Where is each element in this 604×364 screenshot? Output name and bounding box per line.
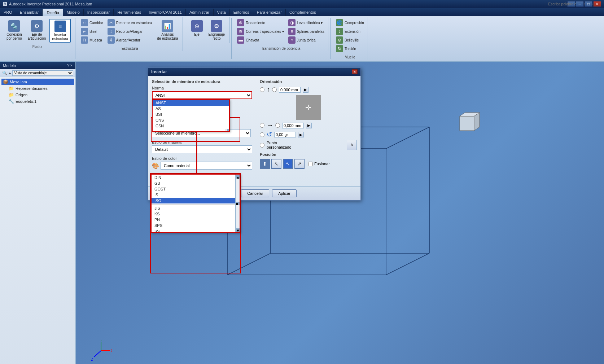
orient-input2[interactable] bbox=[282, 123, 304, 128]
orient-radio3[interactable] bbox=[260, 123, 264, 128]
btn-conexion-perno[interactable]: 🔩 Conexiónpor perno bbox=[4, 19, 24, 42]
sidebar-help-btn[interactable]: ? bbox=[67, 63, 70, 68]
item-pn[interactable]: PN bbox=[152, 217, 235, 223]
orient-radio4[interactable] bbox=[275, 123, 280, 128]
tab-administrar[interactable]: Administrar bbox=[186, 9, 214, 16]
tab-modelo[interactable]: Modelo bbox=[63, 9, 84, 16]
tab-vista[interactable]: Vista bbox=[214, 9, 230, 16]
btn-belleville[interactable]: ⊘ Belleville bbox=[334, 36, 366, 44]
dialog-close-btn[interactable]: × bbox=[352, 69, 358, 74]
aplicar-button[interactable]: Aplicar bbox=[272, 189, 297, 197]
orient-row1: ↑ ▶ bbox=[260, 86, 357, 93]
btn-engranaje[interactable]: ⚙ Engranajerecto bbox=[206, 19, 227, 42]
item-iso[interactable]: ISO bbox=[152, 198, 235, 203]
svg-text:X: X bbox=[111, 349, 112, 353]
scroll-down[interactable]: ▼ bbox=[236, 228, 240, 232]
btn-recortar-alargar[interactable]: ↕ Recortar/Alargar bbox=[106, 27, 154, 36]
norma-label: Norma bbox=[152, 86, 252, 90]
restore-button[interactable]: □ bbox=[585, 1, 592, 7]
orient-radio2[interactable] bbox=[272, 87, 277, 92]
btn-junta[interactable]: ○ Junta tórica bbox=[287, 36, 326, 44]
tab-paraempezar[interactable]: Para empezar bbox=[253, 9, 286, 16]
btn-eje[interactable]: ⊝ Eje bbox=[189, 19, 205, 38]
btn-bisel[interactable]: ⌐ Bisel bbox=[79, 27, 105, 36]
scroll-mid[interactable]: ■ bbox=[236, 202, 240, 205]
btn-cambiar[interactable]: ↔ Cambiar bbox=[79, 19, 105, 27]
item-gost[interactable]: GOST bbox=[152, 186, 235, 192]
tree-item-origen[interactable]: 📁 Origen bbox=[7, 92, 74, 98]
btn-muesca[interactable]: ⊓ Muesca bbox=[79, 36, 105, 44]
norma-item-csn[interactable]: CSN bbox=[153, 123, 229, 129]
tree-item-mesa[interactable]: 📦 Mesa.iam bbox=[1, 79, 74, 85]
norma-item-cns[interactable]: CNS bbox=[153, 117, 229, 123]
norma-area: ANST ANST AS BSI CNS CSN bbox=[152, 91, 252, 102]
material-select[interactable]: Default bbox=[152, 145, 252, 153]
tab-entornos[interactable]: Entornos bbox=[230, 9, 253, 16]
tree-children: 📁 Representaciones 📁 Origen 🔧 Esqueleto:… bbox=[7, 85, 74, 105]
close-button[interactable]: × bbox=[593, 1, 601, 7]
btn-correas[interactable]: ≋ Correas trapezoidales ▾ bbox=[236, 27, 285, 36]
item-gb[interactable]: GB bbox=[152, 180, 235, 186]
norma-item-bsi[interactable]: BSI bbox=[153, 111, 229, 117]
group-estructura-label: Estructura bbox=[122, 45, 138, 51]
norma-item-anst[interactable]: ANST bbox=[153, 100, 229, 106]
btn-recortar-estructura[interactable]: ✂ Recortar en estructura bbox=[106, 19, 154, 27]
custom-point-btn[interactable]: ✎ bbox=[347, 140, 357, 150]
sidebar-expand-btn[interactable]: + bbox=[9, 71, 11, 75]
item-sps[interactable]: SPS bbox=[152, 223, 235, 228]
btn-alargar-acortar[interactable]: ⇕ Alargar/Acortar bbox=[106, 36, 154, 44]
orient-input1[interactable] bbox=[279, 87, 301, 93]
orient-btn2[interactable]: ▶ bbox=[306, 123, 312, 128]
pos-btn-arrow[interactable]: ↗ bbox=[294, 159, 305, 169]
btn-splines[interactable]: ≡ Splines paralelas bbox=[287, 27, 326, 36]
item-ks[interactable]: KS bbox=[152, 211, 235, 217]
crosshair-icon: ✛ bbox=[305, 103, 311, 112]
norma-item-as[interactable]: AS bbox=[153, 106, 229, 111]
orient-btn1[interactable]: ▶ bbox=[303, 87, 308, 93]
orient-input3[interactable] bbox=[274, 132, 296, 137]
btn-compresion[interactable]: 🌀 Compresión bbox=[334, 19, 366, 27]
fusionar-check: Fusionar bbox=[308, 159, 330, 169]
item-is[interactable]: IS bbox=[152, 192, 235, 198]
svg-rect-18 bbox=[460, 116, 474, 131]
item-jis[interactable]: JIS bbox=[152, 205, 235, 211]
btn-analisis-estructura[interactable]: 📊 Análisisde estructura bbox=[155, 19, 180, 42]
btn-eje-articulacion[interactable]: ⚙ Eje dearticulación bbox=[26, 19, 48, 42]
orient-btn3[interactable]: ▶ bbox=[298, 132, 304, 137]
view-select[interactable]: Vista de ensamblaje bbox=[12, 70, 73, 76]
fusionar-checkbox[interactable] bbox=[308, 162, 313, 166]
search-box[interactable] bbox=[567, 1, 575, 7]
pos-btn-place[interactable]: ↖ bbox=[271, 159, 281, 169]
btn-leva[interactable]: ◑ Leva cilíndrica ▾ bbox=[287, 19, 326, 27]
btn-junta-label: Junta tórica bbox=[297, 38, 316, 42]
tab-pro[interactable]: PRO bbox=[0, 9, 16, 16]
tree-item-representaciones[interactable]: 📁 Representaciones bbox=[7, 85, 74, 92]
pos-btn-select[interactable]: ⬆ bbox=[260, 159, 270, 169]
tab-inspeccionar[interactable]: Inspeccionar bbox=[84, 9, 114, 16]
norma-select[interactable]: ANST bbox=[152, 91, 252, 99]
tab-herramientas[interactable]: Herramientas bbox=[114, 9, 145, 16]
bisel-icon: ⌐ bbox=[81, 28, 88, 35]
cancelar-button[interactable]: Cancelar bbox=[241, 189, 269, 197]
tree-item-esqueleto[interactable]: 🔧 Esqueleto:1 bbox=[7, 98, 74, 105]
orient-radio1[interactable] bbox=[260, 87, 264, 92]
scroll-up[interactable]: ▲ bbox=[236, 175, 240, 179]
item-ss[interactable]: SS bbox=[152, 228, 235, 232]
tab-inventorcam[interactable]: InventorCAM 2011 bbox=[145, 9, 186, 16]
btn-torsion[interactable]: ↻ Torsión bbox=[334, 45, 366, 53]
btn-chaveta[interactable]: ▬ Chaveta bbox=[236, 36, 285, 44]
viewport[interactable]: X Y Z Insertar × Selección de miembro de… bbox=[76, 62, 604, 364]
orient-radio5[interactable] bbox=[260, 132, 264, 137]
color-select[interactable]: Como material bbox=[161, 162, 252, 170]
item-din[interactable]: DIN bbox=[152, 175, 235, 180]
minimize-button[interactable]: ─ bbox=[576, 1, 584, 7]
btn-extension[interactable]: ↕ Extensión bbox=[334, 27, 366, 36]
tab-complementos[interactable]: Complementos bbox=[286, 9, 320, 16]
tab-diseno[interactable]: Diseño bbox=[43, 9, 63, 16]
orient-radio6[interactable] bbox=[260, 143, 264, 148]
pos-btn-cursor[interactable]: ↖ bbox=[283, 159, 293, 169]
tab-ensamblar[interactable]: Ensamblar bbox=[16, 9, 43, 16]
sidebar-close-btn[interactable]: × bbox=[70, 63, 73, 68]
btn-rodamiento[interactable]: ⊕ Rodamiento bbox=[236, 19, 285, 27]
btn-insertar-estructura[interactable]: ≡ Insertarestructura bbox=[49, 19, 70, 43]
